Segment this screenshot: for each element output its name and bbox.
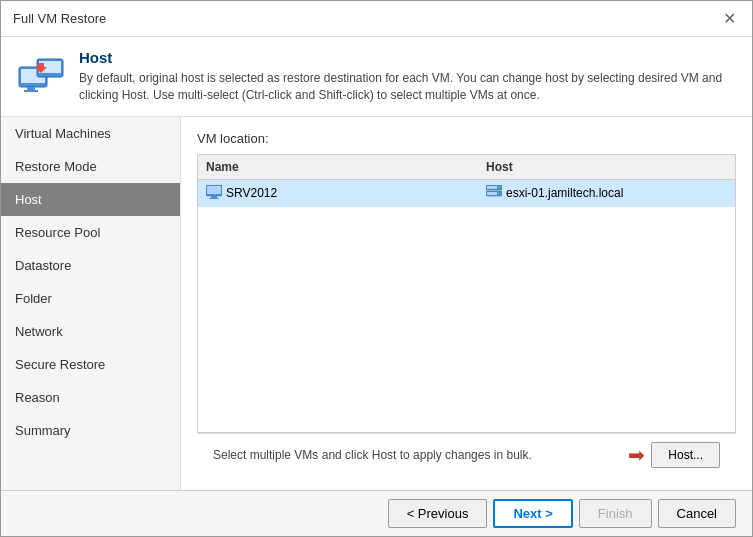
host-button[interactable]: Host... <box>651 442 720 468</box>
dialog-title: Full VM Restore <box>13 11 106 26</box>
host-icon <box>17 49 65 97</box>
svg-rect-8 <box>207 186 221 194</box>
vm-location-label: VM location: <box>197 131 736 146</box>
header-text: Host By default, original host is select… <box>79 49 736 104</box>
svg-rect-12 <box>487 186 497 189</box>
main-content: Virtual Machines Restore Mode Host Resou… <box>1 117 752 490</box>
svg-rect-3 <box>24 90 38 92</box>
bottom-hint: Select multiple VMs and click Host to ap… <box>213 448 532 462</box>
sidebar: Virtual Machines Restore Mode Host Resou… <box>1 117 181 490</box>
header-description: By default, original host is selected as… <box>79 70 736 104</box>
host-value: esxi-01.jamiltech.local <box>506 186 623 200</box>
vm-name: SRV2012 <box>226 186 277 200</box>
header-title: Host <box>79 49 736 66</box>
cancel-button[interactable]: Cancel <box>658 499 736 528</box>
bottom-bar: Select multiple VMs and click Host to ap… <box>197 433 736 476</box>
svg-rect-15 <box>487 192 497 195</box>
sidebar-item-network[interactable]: Network <box>1 315 180 348</box>
sidebar-item-datastore[interactable]: Datastore <box>1 249 180 282</box>
finish-button: Finish <box>579 499 652 528</box>
svg-point-16 <box>499 192 501 194</box>
footer: < Previous Next > Finish Cancel <box>1 490 752 536</box>
col-header-host: Host <box>486 160 727 174</box>
vm-table: Name Host <box>197 154 736 433</box>
cell-host: esxi-01.jamiltech.local <box>486 185 727 202</box>
sidebar-item-host[interactable]: Host <box>1 183 180 216</box>
header-section: Host By default, original host is select… <box>1 37 752 117</box>
svg-rect-10 <box>209 198 219 199</box>
sidebar-item-virtual-machines[interactable]: Virtual Machines <box>1 117 180 150</box>
sidebar-item-folder[interactable]: Folder <box>1 282 180 315</box>
cell-name: SRV2012 <box>206 185 486 202</box>
esxi-host-icon <box>486 185 502 202</box>
table-row[interactable]: SRV2012 <box>198 180 735 207</box>
sidebar-item-restore-mode[interactable]: Restore Mode <box>1 150 180 183</box>
content-area: VM location: Name Host <box>181 117 752 490</box>
svg-rect-9 <box>211 196 217 198</box>
vm-icon <box>206 185 222 202</box>
col-header-name: Name <box>206 160 486 174</box>
host-btn-container: ➡ Host... <box>628 442 720 468</box>
next-button[interactable]: Next > <box>493 499 572 528</box>
sidebar-item-secure-restore[interactable]: Secure Restore <box>1 348 180 381</box>
full-vm-restore-dialog: Full VM Restore ✕ Host By default, origi… <box>0 0 753 537</box>
sidebar-item-reason[interactable]: Reason <box>1 381 180 414</box>
arrow-right-icon: ➡ <box>628 443 645 467</box>
close-button[interactable]: ✕ <box>719 9 740 28</box>
svg-rect-2 <box>27 87 35 90</box>
sidebar-item-summary[interactable]: Summary <box>1 414 180 447</box>
previous-button[interactable]: < Previous <box>388 499 488 528</box>
title-bar: Full VM Restore ✕ <box>1 1 752 37</box>
table-header: Name Host <box>198 155 735 180</box>
sidebar-item-resource-pool[interactable]: Resource Pool <box>1 216 180 249</box>
svg-point-13 <box>499 186 501 188</box>
